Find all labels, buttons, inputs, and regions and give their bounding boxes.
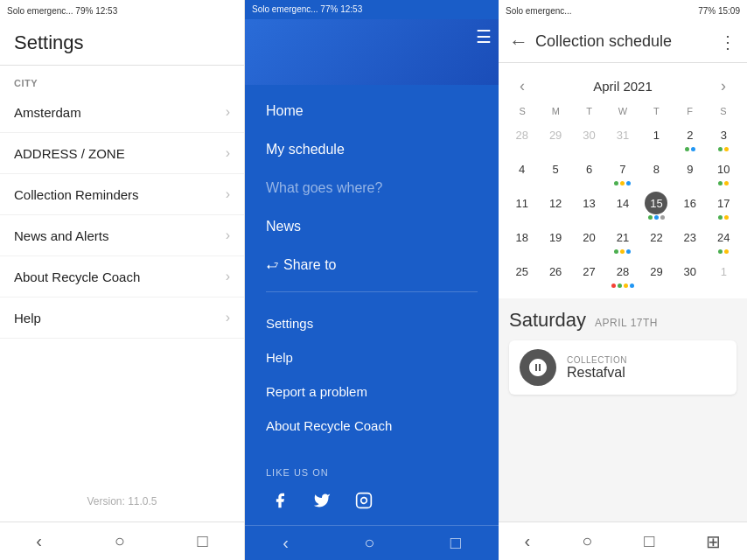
twitter-icon[interactable] xyxy=(308,486,336,514)
instagram-icon[interactable] xyxy=(350,486,378,514)
calendar-cell[interactable]: 24 xyxy=(708,224,740,257)
calendar-cell[interactable]: 30 xyxy=(674,258,706,291)
calendar-cell[interactable]: 3 xyxy=(708,122,740,155)
calendar-date: 12 xyxy=(544,192,567,214)
calendar-date: 28 xyxy=(611,260,634,283)
settings-nav-bar: ‹ ○ □ xyxy=(0,522,244,560)
menu-item-news[interactable]: News xyxy=(245,207,499,246)
calendar-cell[interactable]: 11 xyxy=(506,190,538,223)
address-label: ADDRESS / ZONE xyxy=(14,146,125,161)
calendar-date: 25 xyxy=(511,260,534,283)
calendar-cell[interactable]: 6 xyxy=(573,156,605,189)
settings-item-news[interactable]: News and Alerts › xyxy=(0,215,244,256)
svg-rect-0 xyxy=(357,493,372,508)
calendar-cell[interactable]: 10 xyxy=(708,156,740,189)
nav-recent-button[interactable]: □ xyxy=(198,531,208,551)
menu-item-share[interactable]: ⮐ Share to xyxy=(245,246,499,284)
menu-nav-home-button[interactable]: ○ xyxy=(364,533,374,553)
nav-back-button[interactable]: ‹ xyxy=(36,531,42,551)
calendar-cell[interactable]: 1 xyxy=(708,258,740,291)
schedule-back-button[interactable]: ← xyxy=(509,31,528,53)
chevron-right-icon: › xyxy=(226,310,230,326)
settings-item-reminders[interactable]: Collection Reminders › xyxy=(0,174,244,215)
red-dot xyxy=(611,284,616,288)
day-label-t2: T xyxy=(639,102,673,120)
calendar-date: 22 xyxy=(645,226,667,248)
calendar-cell[interactable]: 29 xyxy=(539,122,571,155)
help-label: Help xyxy=(14,311,41,326)
settings-item-help[interactable]: Help › xyxy=(0,298,244,339)
hamburger-icon[interactable]: ☰ xyxy=(476,26,492,47)
calendar-cell[interactable]: 20 xyxy=(573,224,605,257)
more-options-icon[interactable]: ⋮ xyxy=(719,32,737,52)
schedule-nav-back-button[interactable]: ‹ xyxy=(525,531,531,551)
calendar-cell[interactable]: 28 xyxy=(606,258,639,291)
menu-news-label: News xyxy=(266,219,301,234)
collection-card[interactable]: COLLECTION Restafval xyxy=(509,340,737,395)
bottom-settings-label: Settings xyxy=(266,316,313,331)
day-label-m: M xyxy=(539,102,572,120)
menu-item-report[interactable]: Report a problem xyxy=(245,374,499,409)
menu-item-about[interactable]: About Recycle Coach xyxy=(245,409,499,443)
calendar-date: 1 xyxy=(712,260,735,283)
calendar-cell[interactable]: 27 xyxy=(573,258,605,291)
calendar-prev-button[interactable]: ‹ xyxy=(513,74,532,99)
calendar-date: 29 xyxy=(544,123,567,146)
calendar-date: 9 xyxy=(679,158,702,180)
calendar-cell[interactable]: 25 xyxy=(506,258,538,291)
calendar-date: 29 xyxy=(645,260,667,283)
calendar-cell[interactable]: 17 xyxy=(708,190,740,223)
calendar-cell[interactable]: 18 xyxy=(506,224,538,257)
calendar-cell[interactable]: 29 xyxy=(640,258,673,291)
calendar-cell[interactable]: 26 xyxy=(539,258,571,291)
menu-share-label: Share to xyxy=(283,257,336,273)
calendar-cell[interactable]: 4 xyxy=(506,156,538,189)
calendar-cell[interactable]: 9 xyxy=(674,156,706,189)
calendar-date: 19 xyxy=(544,226,567,248)
menu-nav-recent-button[interactable]: □ xyxy=(450,533,461,553)
calendar-dots xyxy=(685,147,695,151)
bottom-about-label: About Recycle Coach xyxy=(266,418,392,433)
android-nav-icon[interactable]: ⊞ xyxy=(706,531,721,552)
yellow-dot xyxy=(620,249,625,254)
menu-nav-back-button[interactable]: ‹ xyxy=(283,533,289,553)
calendar-cell[interactable]: 12 xyxy=(539,190,571,223)
menu-item-schedule[interactable]: My schedule xyxy=(245,130,499,169)
menu-item-home[interactable]: Home xyxy=(245,92,499,130)
calendar-cell[interactable]: 8 xyxy=(640,156,673,189)
nav-home-button[interactable]: ○ xyxy=(115,531,125,551)
calendar-cell[interactable]: 15 xyxy=(640,190,673,223)
calendar-cell[interactable]: 14 xyxy=(606,190,639,223)
calendar-date: 4 xyxy=(511,158,534,180)
calendar-cell[interactable]: 22 xyxy=(640,224,673,257)
settings-item-about[interactable]: About Recycle Coach › xyxy=(0,256,244,298)
schedule-status-left: Solo emergenc... xyxy=(506,6,572,16)
chevron-right-icon: › xyxy=(226,104,230,120)
schedule-nav-home-button[interactable]: ○ xyxy=(582,531,592,551)
calendar-cell[interactable]: 23 xyxy=(674,224,706,257)
calendar-cell[interactable]: 28 xyxy=(506,122,538,155)
menu-item-help[interactable]: Help xyxy=(245,340,499,374)
calendar-month-year: April 2021 xyxy=(593,79,653,94)
calendar-cell[interactable]: 31 xyxy=(606,122,639,155)
chevron-right-icon: › xyxy=(226,228,230,243)
settings-item-city[interactable]: Amsterdam › xyxy=(0,92,244,133)
calendar-cell[interactable]: 21 xyxy=(606,224,639,257)
facebook-icon[interactable] xyxy=(266,486,294,514)
schedule-nav-recent-button[interactable]: □ xyxy=(644,531,654,551)
calendar-cell[interactable]: 19 xyxy=(539,224,571,257)
calendar-cell[interactable]: 16 xyxy=(674,190,706,223)
green-dot xyxy=(718,181,723,186)
calendar-cell[interactable]: 1 xyxy=(640,122,673,155)
schedule-header: ← Collection schedule ⋮ xyxy=(499,21,747,63)
calendar-cell[interactable]: 5 xyxy=(539,156,571,189)
calendar-next-button[interactable]: › xyxy=(714,74,733,99)
calendar-cell[interactable]: 7 xyxy=(606,156,639,189)
about-label: About Recycle Coach xyxy=(14,270,140,284)
calendar-cell[interactable]: 2 xyxy=(674,122,706,155)
menu-item-settings[interactable]: Settings xyxy=(245,306,499,340)
calendar-cell[interactable]: 30 xyxy=(573,122,605,155)
settings-item-address[interactable]: ADDRESS / ZONE › xyxy=(0,133,244,174)
menu-item-whatgoeswhere[interactable]: What goes where? xyxy=(245,169,499,207)
calendar-cell[interactable]: 13 xyxy=(573,190,605,223)
